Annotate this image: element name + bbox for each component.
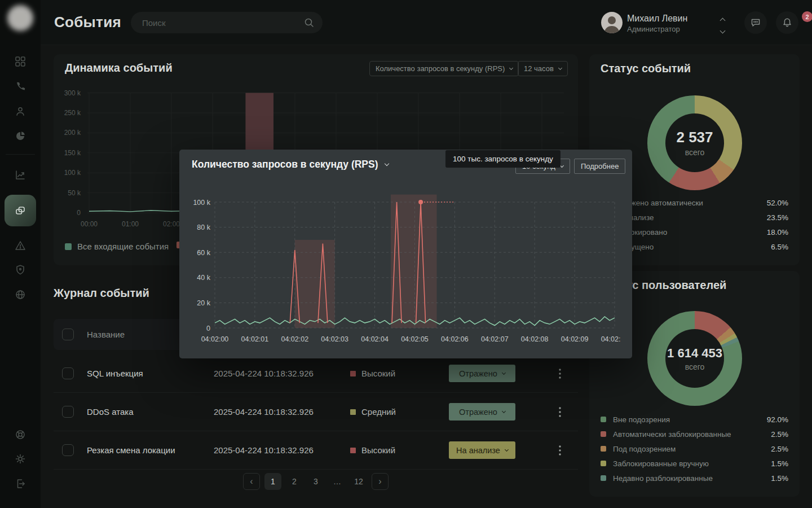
legend-percent: 1.5% — [771, 459, 788, 468]
status-dropdown[interactable]: На анализе — [449, 441, 515, 459]
svg-text:100 k: 100 k — [193, 199, 210, 207]
avatar[interactable] — [601, 12, 623, 33]
status-dropdown[interactable]: Отражено — [449, 365, 515, 382]
chevron-down-icon — [560, 163, 564, 167]
pagination-prev-button[interactable]: ‹ — [243, 473, 260, 490]
legend-label: Недавно разблокированные — [613, 474, 771, 483]
status-label: На анализе — [456, 446, 500, 455]
svg-text:80 k: 80 k — [197, 224, 210, 231]
events-total-label: всего — [685, 148, 705, 157]
table-row[interactable]: SQL инъекция 2025-04-224 10:18:32.926 Вы… — [54, 354, 578, 393]
globe-icon[interactable] — [9, 283, 32, 306]
legend-swatch — [601, 446, 606, 452]
legend-label: Заблокировано — [613, 228, 767, 237]
shield-icon[interactable] — [9, 259, 32, 281]
row-menu-button[interactable] — [554, 444, 566, 457]
svg-text:04:02:07: 04:02:07 — [481, 335, 509, 343]
pagination: ‹ 1 2 3 … 12 › — [54, 473, 578, 490]
legend-label: Отражено автоматически — [613, 199, 767, 207]
kebab-icon — [554, 444, 566, 457]
app-root: События Михаил Левин Администратор 2 — [0, 0, 812, 508]
sidebar-divider — [6, 154, 35, 155]
severity-badge: Средний — [350, 407, 396, 417]
svg-text:60 k: 60 k — [197, 249, 210, 257]
legend-percent: 2.5% — [771, 445, 788, 453]
search-box[interactable] — [131, 12, 323, 33]
user-icon[interactable] — [9, 100, 32, 122]
svg-text:200 k: 200 k — [64, 129, 81, 137]
event-name: SQL инъекция — [87, 369, 143, 378]
select-all-checkbox[interactable] — [62, 329, 74, 340]
sidebar-item-events-active[interactable] — [5, 195, 36, 226]
severity-swatch — [350, 371, 356, 376]
modal-title[interactable]: Количество запросов в секунду (RPS) — [192, 159, 389, 170]
lifebuoy-icon[interactable] — [9, 423, 32, 446]
svg-text:00:00: 00:00 — [81, 220, 98, 228]
row-checkbox[interactable] — [62, 367, 74, 379]
pagination-next-button[interactable]: › — [372, 473, 389, 490]
legend-percent: 6.5% — [771, 243, 788, 251]
details-button[interactable]: Подробнее — [574, 159, 625, 174]
event-date: 2025-04-224 10:18:32.926 — [214, 407, 314, 417]
legend-row: Недавно разблокированные1.5% — [601, 471, 788, 485]
column-header-name: Название — [87, 330, 125, 339]
notifications-badge: 2 — [802, 11, 812, 22]
pagination-ellipsis: … — [329, 473, 346, 490]
layers-icon — [14, 204, 27, 217]
sidebar — [0, 0, 41, 508]
svg-text:04:02:01: 04:02:01 — [241, 335, 269, 343]
notifications-button[interactable] — [776, 11, 798, 34]
svg-text:04:02:00: 04:02:00 — [201, 335, 229, 343]
gear-icon[interactable] — [9, 448, 32, 470]
row-menu-button[interactable] — [554, 367, 566, 380]
bell-icon — [782, 17, 793, 28]
table-row[interactable]: DDoS атака 2025-04-224 10:18:32.926 Сред… — [54, 393, 578, 431]
legend-label: Вне подозрения — [613, 415, 767, 424]
trend-icon[interactable] — [9, 164, 32, 186]
svg-text:250 k: 250 k — [64, 109, 81, 117]
legend-swatch — [65, 243, 72, 250]
svg-text:04:02:04: 04:02:04 — [361, 335, 389, 343]
grid-icon[interactable] — [9, 50, 32, 73]
dynamics-legend-item-1: Все входящие события — [65, 242, 169, 251]
severity-label: Высокий — [361, 369, 395, 378]
pagination-page-2[interactable]: 2 — [286, 473, 303, 490]
user-name: Михаил Левин — [627, 14, 687, 24]
svg-text:04:02:10: 04:02:10 — [601, 335, 621, 343]
severity-label: Средний — [361, 407, 396, 417]
logout-icon[interactable] — [9, 472, 32, 495]
chart-tooltip: 100 тыс. запросов в секунду — [445, 150, 561, 168]
search-input[interactable] — [142, 18, 303, 28]
phone-icon[interactable] — [9, 75, 32, 98]
pagination-page-12[interactable]: 12 — [350, 473, 367, 490]
severity-badge: Высокий — [350, 369, 395, 378]
users-total-label: всего — [685, 362, 705, 371]
svg-text:0: 0 — [77, 209, 81, 217]
pie-icon[interactable] — [9, 125, 32, 147]
pagination-page-1[interactable]: 1 — [264, 473, 281, 490]
legend-percent: 2.5% — [771, 430, 788, 439]
kebab-icon — [554, 367, 566, 380]
warning-icon[interactable] — [9, 234, 32, 257]
chevron-down-icon — [720, 28, 726, 34]
user-menu-chevrons[interactable] — [721, 15, 733, 32]
row-menu-button[interactable] — [554, 406, 566, 418]
event-date: 2025-04-224 10:18:32.926 — [214, 445, 314, 455]
svg-text:100 k: 100 k — [64, 169, 81, 177]
table-row[interactable]: Резкая смена локации 2025-04-224 10:18:3… — [54, 431, 578, 470]
legend-percent: 92.0% — [767, 415, 788, 424]
events-total: 2 537 — [676, 129, 713, 146]
details-button-label: Подробнее — [581, 162, 619, 170]
svg-text:01:00: 01:00 — [122, 220, 139, 228]
row-checkbox[interactable] — [62, 444, 74, 456]
users-total: 1 614 453 — [667, 346, 722, 361]
pagination-page-3[interactable]: 3 — [307, 473, 324, 490]
legend-percent: 52.0% — [767, 199, 788, 207]
status-dropdown[interactable]: Отражено — [449, 403, 515, 421]
svg-text:50 k: 50 k — [68, 189, 81, 197]
svg-text:04:02:02: 04:02:02 — [281, 335, 308, 343]
severity-swatch — [350, 409, 356, 415]
messages-button[interactable] — [744, 11, 767, 34]
legend-label: На анализе — [613, 213, 767, 222]
row-checkbox[interactable] — [62, 406, 74, 418]
